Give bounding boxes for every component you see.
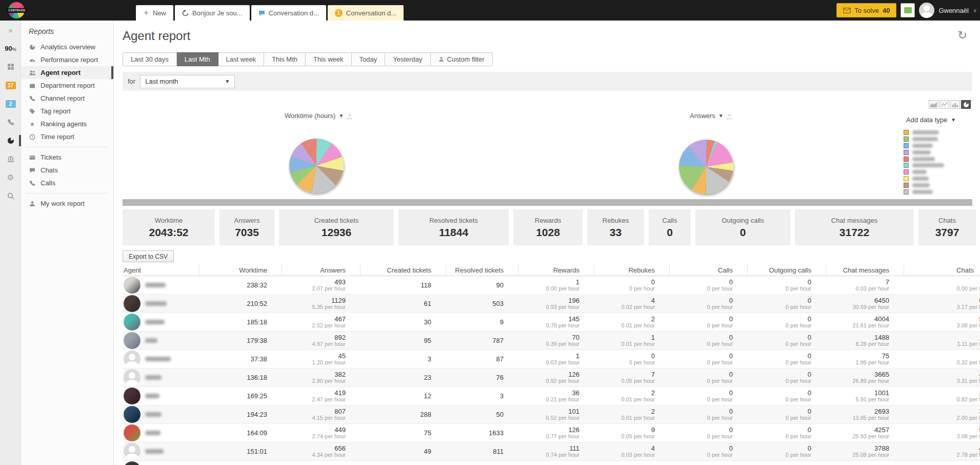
agent-row[interactable]: 37:38451.20 per hour38710.03 per hour00 … — [123, 350, 980, 369]
sidebar-item-tickets[interactable]: Tickets — [21, 151, 113, 164]
legend-swatch-pink — [904, 169, 909, 175]
legend-item[interactable] — [904, 136, 944, 143]
rail-item-search[interactable] — [0, 187, 21, 205]
add-data-type-button[interactable]: Add data type ▼ — [906, 116, 956, 124]
filter-last-week[interactable]: Last week — [218, 52, 265, 66]
column-header-chat-messages[interactable]: Chat messages — [826, 265, 904, 276]
rail-item-tickets-badge[interactable]: 17 — [0, 76, 21, 94]
sidebar-item-my-work-report[interactable]: My work report — [21, 197, 113, 210]
chart-dropdown-icon[interactable]: ▼ — [718, 113, 724, 119]
topbar-tab[interactable]: New — [136, 5, 173, 21]
agent-row[interactable]: 164:094492.74 per hour7516331260.77 per … — [123, 424, 980, 442]
refresh-icon[interactable]: ↻ — [958, 29, 967, 42]
pie-chart-button[interactable] — [961, 100, 971, 109]
cell-calls: 00 per hour — [669, 332, 747, 350]
tab-label: Conversation d... — [346, 9, 396, 17]
chat-status-button[interactable] — [901, 3, 915, 17]
column-header-worktime[interactable]: Worktime — [199, 265, 282, 276]
sidebar-item-chats[interactable]: Chats — [21, 164, 113, 177]
agent-row[interactable]: 179:388924.97 per hour95787700.39 per ho… — [123, 332, 980, 350]
divider — [26, 147, 108, 147]
filter-this-mth[interactable]: This Mth — [264, 52, 306, 66]
agent-avatar — [124, 295, 141, 312]
rail-item-reports[interactable] — [0, 131, 21, 150]
column-header-agent[interactable]: Agent — [123, 265, 199, 276]
sidebar-item-channel-report[interactable]: Channel report — [21, 92, 113, 105]
legend-item[interactable] — [904, 162, 944, 169]
legend-label-redacted — [912, 177, 929, 181]
filter-custom-filter[interactable]: Custom filter — [431, 52, 493, 66]
column-header-calls[interactable]: Calls — [669, 265, 747, 276]
cell-agent — [123, 387, 199, 405]
agent-row[interactable]: 238:324932.07 per hour1189010.00 per hou… — [123, 276, 980, 295]
cell-resolved: 1633 — [446, 424, 518, 442]
cell-rewards: 1960.93 per hour — [518, 295, 594, 313]
rail-item-chats-badge[interactable]: 2 — [0, 94, 21, 113]
column-header-rebukes[interactable]: Rebukes — [594, 265, 669, 276]
sidebar-item-analytics-overview[interactable]: Analytics overview — [21, 41, 113, 53]
legend-item[interactable] — [904, 143, 944, 149]
agent-row[interactable]: 194:238074.15 per hour288501010.52 per h… — [123, 405, 980, 424]
to-solve-button[interactable]: To solve 40 — [836, 3, 896, 17]
filter-last-30-days[interactable]: Last 30 days — [123, 52, 177, 66]
legend-item[interactable] — [904, 149, 944, 156]
rail-item-calls[interactable] — [0, 113, 21, 131]
agent-avatar — [124, 461, 141, 465]
legend-item[interactable] — [904, 182, 944, 188]
sidebar-item-tag-report[interactable]: Tag report — [21, 105, 113, 118]
rail-item-company[interactable] — [0, 150, 21, 168]
line-chart-button[interactable] — [939, 100, 949, 109]
topbar-right: To solve 40 Gwennaël ∨ — [836, 0, 977, 21]
filter-yesterday[interactable]: Yesterday — [385, 52, 430, 66]
horizontal-scrollbar[interactable] — [123, 199, 972, 206]
topbar-tab[interactable]: 1Conversation d... — [328, 5, 404, 21]
column-header-resolved-tickets[interactable]: Resolved tickets — [446, 265, 518, 276]
bar-chart-button[interactable] — [950, 100, 960, 109]
filter-last-mth[interactable]: Last Mth — [177, 52, 218, 66]
chevron-down-icon[interactable]: ∨ — [973, 7, 977, 14]
answers-chart-label[interactable]: Answers — [690, 112, 715, 120]
topbar-tab[interactable]: Bonjour Je sou... — [175, 5, 250, 21]
worktime-chart-label[interactable]: Worktime (hours) — [285, 112, 335, 120]
agent-row[interactable]: 151:016564.34 per hour498111110.74 per h… — [123, 442, 980, 461]
sidebar-item-performance-report[interactable]: Performance report — [21, 53, 113, 66]
agent-row[interactable] — [123, 461, 980, 465]
sidebar-item-calls[interactable]: Calls — [21, 177, 113, 189]
legend-item[interactable] — [904, 129, 944, 136]
close-chart-icon[interactable]: × — [727, 113, 732, 119]
column-header-answers[interactable]: Answers — [282, 265, 360, 276]
rail-item-settings[interactable]: ⚙ — [0, 168, 21, 187]
export-csv-button[interactable]: Export to CSV — [123, 250, 174, 262]
legend-item[interactable] — [904, 169, 944, 176]
agent-row[interactable]: 210:5211295.35 per hour615031960.93 per … — [123, 295, 980, 313]
filter-this-week[interactable]: This week — [306, 52, 352, 66]
sidebar-item-department-report[interactable]: Department report — [21, 79, 113, 92]
period-select[interactable]: Last month ▼ — [140, 75, 235, 88]
column-header-chats[interactable]: Chats — [904, 265, 980, 276]
chart-dropdown-icon[interactable]: ▼ — [338, 113, 344, 119]
agent-row[interactable]: 185:184672.52 per hour3091450.78 per hou… — [123, 313, 980, 332]
app-logo[interactable]: CONTRADO — [6, 2, 29, 19]
filter-today[interactable]: Today — [352, 52, 386, 66]
area-chart-button[interactable] — [929, 100, 938, 109]
user-name[interactable]: Gwennaël — [938, 7, 969, 14]
close-chart-icon[interactable]: × — [347, 113, 352, 119]
column-header-outgoing-calls[interactable]: Outgoing calls — [747, 265, 826, 276]
agent-row[interactable]: 136:183822.80 per hour23761260.92 per ho… — [123, 369, 980, 387]
rail-item-dashboard[interactable] — [0, 57, 21, 76]
legend-swatch-gray — [904, 189, 909, 195]
topbar-tab[interactable]: Conversation d... — [251, 5, 326, 21]
agent-row[interactable]: 169:254192.47 per hour123360.21 per hour… — [123, 387, 980, 405]
legend-item[interactable] — [904, 176, 944, 182]
rail-item-collapse[interactable]: » — [0, 21, 21, 39]
rail-item-zoom-level[interactable]: 90% — [0, 39, 21, 57]
user-avatar[interactable] — [919, 3, 934, 18]
sidebar-item-ranking-agents[interactable]: ★Ranking agents — [21, 118, 113, 130]
cell-chats: 6683.17 per hour — [904, 295, 980, 313]
column-header-created-tickets[interactable]: Created tickets — [360, 265, 446, 276]
sidebar-item-time-report[interactable]: Time report — [21, 130, 113, 143]
column-header-rewards[interactable]: Rewards — [518, 265, 594, 276]
sidebar-item-agent-report[interactable]: Agent report — [21, 66, 113, 79]
legend-item[interactable] — [904, 156, 944, 162]
legend-item[interactable] — [904, 188, 944, 195]
